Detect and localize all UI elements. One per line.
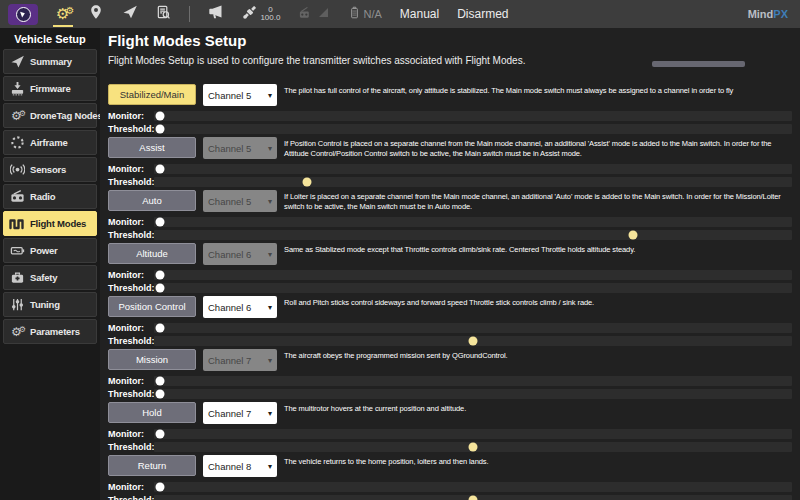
monitor-track bbox=[154, 376, 792, 386]
vehicle-setup-sidebar: Vehicle Setup Summary Firmware ⚙⚙ DroneT… bbox=[0, 28, 100, 500]
flight-mode-row-assist: Assist Channel 5 ▾ If Position Control i… bbox=[108, 137, 792, 190]
armed-state-indicator[interactable]: Disarmed bbox=[457, 0, 508, 28]
threshold-slider-track[interactable] bbox=[154, 230, 792, 240]
threshold-slider-track[interactable] bbox=[154, 495, 792, 500]
qgroundcontrol-window: ⚙⚙ 0 10 bbox=[0, 0, 800, 500]
mode-description: The pilot has full control of the aircra… bbox=[284, 84, 792, 96]
mode-button-auto[interactable]: Auto bbox=[108, 190, 196, 211]
mode-button-stabilized-main[interactable]: Stabilized/Main bbox=[108, 84, 196, 105]
paper-plane-icon bbox=[8, 54, 26, 69]
monitor-label: Monitor: bbox=[108, 164, 154, 174]
rc-transmitter-icon bbox=[298, 5, 313, 24]
fly-toolbar-button[interactable] bbox=[122, 0, 138, 28]
battery-status-indicator[interactable]: N/A bbox=[348, 0, 381, 28]
flight-mode-row-position-control: Position Control Channel 6 ▾ Roll and Pi… bbox=[108, 296, 792, 349]
channel-select-mission: Channel 7 ▾ bbox=[203, 349, 277, 371]
threshold-row: Threshold: bbox=[108, 441, 792, 452]
monitor-row: Monitor: bbox=[108, 322, 792, 333]
battery-horizontal-icon bbox=[8, 243, 26, 258]
monitor-label: Monitor: bbox=[108, 482, 154, 492]
channel-select-return[interactable]: Channel 8 ▾ bbox=[203, 455, 277, 477]
flight-mode-row-mission: Mission Channel 7 ▾ The aircraft obeys t… bbox=[108, 349, 792, 402]
monitor-indicator-dot bbox=[156, 323, 165, 332]
threshold-label: Threshold: bbox=[108, 283, 154, 293]
threshold-slider-track[interactable] bbox=[154, 283, 792, 293]
qgc-logo-button[interactable] bbox=[8, 0, 38, 28]
threshold-label: Threshold: bbox=[108, 336, 154, 346]
chevron-down-icon: ▾ bbox=[268, 250, 272, 259]
channel-value: Channel 5 bbox=[208, 90, 251, 101]
threshold-slider-handle[interactable] bbox=[156, 124, 165, 133]
mode-description: The multirotor hovers at the current pos… bbox=[284, 402, 792, 414]
channel-select-altitude: Channel 6 ▾ bbox=[203, 243, 277, 265]
threshold-label: Threshold: bbox=[108, 230, 154, 240]
horizontal-scrollbar[interactable] bbox=[652, 61, 745, 67]
sidebar-item-firmware[interactable]: Firmware bbox=[3, 76, 97, 101]
chevron-down-icon: ▾ bbox=[268, 197, 272, 206]
channel-select-stabilized-main[interactable]: Channel 5 ▾ bbox=[203, 84, 277, 106]
threshold-slider-handle[interactable] bbox=[303, 177, 312, 186]
sidebar-item-power[interactable]: Power bbox=[3, 238, 97, 263]
flight-mode-indicator[interactable]: Manual bbox=[400, 0, 439, 28]
threshold-slider-track[interactable] bbox=[154, 442, 792, 452]
rc-rssi-indicator[interactable] bbox=[298, 0, 330, 28]
brand-px-text: PX bbox=[773, 8, 788, 20]
threshold-slider-track[interactable] bbox=[154, 177, 792, 187]
square-wave-icon bbox=[8, 216, 26, 232]
sidebar-item-airframe[interactable]: Airframe bbox=[3, 130, 97, 155]
monitor-row: Monitor: bbox=[108, 428, 792, 439]
monitor-row: Monitor: bbox=[108, 216, 792, 227]
threshold-slider-handle[interactable] bbox=[469, 442, 478, 451]
sidebar-item-label: Flight Modes bbox=[30, 218, 86, 229]
mode-button-hold[interactable]: Hold bbox=[108, 402, 196, 423]
threshold-slider-track[interactable] bbox=[154, 336, 792, 346]
vehicle-setup-toolbar-button[interactable]: ⚙⚙ bbox=[56, 0, 70, 28]
plan-toolbar-button[interactable] bbox=[88, 0, 104, 28]
threshold-label: Threshold: bbox=[108, 177, 154, 187]
gps-status-indicator[interactable]: 0 100.0 bbox=[242, 0, 280, 28]
flight-modes-panel: Flight Modes Setup Flight Modes Setup is… bbox=[100, 28, 800, 500]
mode-button-assist[interactable]: Assist bbox=[108, 137, 196, 158]
sidebar-item-summary[interactable]: Summary bbox=[3, 49, 97, 74]
sidebar-item-tuning[interactable]: Tuning bbox=[3, 292, 97, 317]
threshold-slider-handle[interactable] bbox=[628, 230, 637, 239]
threshold-slider-handle[interactable] bbox=[469, 336, 478, 345]
threshold-slider-handle[interactable] bbox=[156, 389, 165, 398]
threshold-row: Threshold: bbox=[108, 176, 792, 187]
mode-button-return[interactable]: Return bbox=[108, 455, 196, 476]
analyze-toolbar-button[interactable] bbox=[156, 0, 171, 28]
channel-select-hold[interactable]: Channel 7 ▾ bbox=[203, 402, 277, 424]
channel-select-position-control[interactable]: Channel 6 ▾ bbox=[203, 296, 277, 318]
mode-button-position-control[interactable]: Position Control bbox=[108, 296, 196, 317]
monitor-label: Monitor: bbox=[108, 111, 154, 121]
threshold-slider-track[interactable] bbox=[154, 389, 792, 399]
sidebar-item-dronetag-nodes[interactable]: ⚙⚙ DroneTag Nodes bbox=[3, 103, 97, 128]
sidebar-item-safety[interactable]: Safety bbox=[3, 265, 97, 290]
sidebar-item-radio[interactable]: Radio bbox=[3, 184, 97, 209]
vehicle-messages-button[interactable] bbox=[208, 0, 224, 28]
chevron-down-icon: ▾ bbox=[268, 409, 272, 418]
sidebar-item-label: Parameters bbox=[30, 326, 80, 337]
gears-icon: ⚙⚙ bbox=[8, 325, 26, 339]
monitor-label: Monitor: bbox=[108, 217, 154, 227]
flight-mode-row-auto: Auto Channel 5 ▾ If Loiter is placed on … bbox=[108, 190, 792, 243]
channel-value: Channel 5 bbox=[208, 196, 251, 207]
sidebar-item-flight-modes[interactable]: Flight Modes bbox=[3, 211, 97, 236]
mode-button-altitude[interactable]: Altitude bbox=[108, 243, 196, 264]
threshold-slider-handle[interactable] bbox=[156, 283, 165, 292]
mode-description: The vehicle returns to the home position… bbox=[284, 455, 792, 467]
threshold-slider-track[interactable] bbox=[154, 124, 792, 134]
channel-value: Channel 7 bbox=[208, 408, 251, 419]
firmware-chip-icon bbox=[8, 81, 26, 96]
megaphone-icon bbox=[208, 4, 224, 24]
chevron-down-icon: ▾ bbox=[268, 144, 272, 153]
sidebar-title: Vehicle Setup bbox=[3, 28, 97, 49]
threshold-slider-handle[interactable] bbox=[469, 495, 478, 500]
radio-transmitter-icon bbox=[8, 189, 26, 204]
chevron-down-icon: ▾ bbox=[268, 462, 272, 471]
sidebar-item-sensors[interactable]: Sensors bbox=[3, 157, 97, 182]
sidebar-item-parameters[interactable]: ⚙⚙ Parameters bbox=[3, 319, 97, 344]
gps-values: 0 100.0 bbox=[260, 6, 280, 22]
mode-button-mission[interactable]: Mission bbox=[108, 349, 196, 370]
threshold-label: Threshold: bbox=[108, 389, 154, 399]
